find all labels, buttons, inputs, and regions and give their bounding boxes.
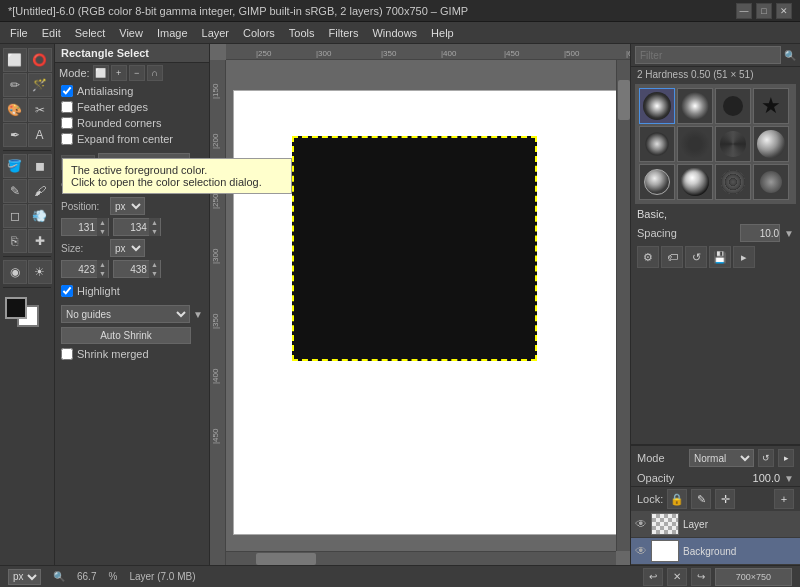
rp-tag-icon-btn[interactable]: 🏷: [661, 246, 683, 268]
tool-bucket-fill[interactable]: 🪣: [3, 154, 27, 178]
menu-windows[interactable]: Windows: [366, 25, 423, 41]
layer-item-layer[interactable]: 👁 Layer: [631, 511, 800, 538]
tool-ellipse-select[interactable]: ⭕: [28, 48, 52, 72]
tool-pencil[interactable]: ✎: [3, 179, 27, 203]
size-w-up[interactable]: ▲: [97, 260, 108, 269]
tool-heal[interactable]: ✚: [28, 229, 52, 253]
tool-blur[interactable]: ◉: [3, 260, 27, 284]
brush-item-12[interactable]: [753, 164, 789, 200]
tool-eraser[interactable]: ◻: [3, 204, 27, 228]
feather-edges-checkbox[interactable]: [61, 101, 73, 113]
pos-y-input[interactable]: [114, 222, 149, 233]
menu-colors[interactable]: Colors: [237, 25, 281, 41]
brush-item-4[interactable]: ★: [753, 88, 789, 124]
scrollbar-horizontal[interactable]: [226, 551, 616, 565]
tool-airbrush[interactable]: 💨: [28, 204, 52, 228]
size-w-spinbox[interactable]: ▲ ▼: [61, 260, 109, 278]
pos-y-spinbox[interactable]: ▲ ▼: [113, 218, 161, 236]
mode-intersect[interactable]: ∩: [147, 65, 163, 81]
menu-view[interactable]: View: [113, 25, 149, 41]
menu-filters[interactable]: Filters: [323, 25, 365, 41]
mode-select[interactable]: Normal: [689, 449, 754, 467]
brush-item-6[interactable]: [677, 126, 713, 162]
mode-replace[interactable]: ⬜: [93, 65, 109, 81]
brush-item-1[interactable]: [639, 88, 675, 124]
shrink-merged-checkbox[interactable]: [61, 348, 73, 360]
rp-save-icon-btn[interactable]: 💾: [709, 246, 731, 268]
size-h-input[interactable]: [114, 264, 149, 275]
pos-x-spinbox[interactable]: ▲ ▼: [61, 218, 109, 236]
size-h-down[interactable]: ▼: [149, 269, 160, 278]
pos-x-up[interactable]: ▲: [97, 218, 108, 227]
brush-item-8[interactable]: [753, 126, 789, 162]
menu-edit[interactable]: Edit: [36, 25, 67, 41]
brush-filter-input[interactable]: [635, 46, 781, 64]
tool-text[interactable]: A: [28, 123, 52, 147]
background-visibility-icon[interactable]: 👁: [635, 544, 647, 558]
redo-button[interactable]: ↪: [691, 568, 711, 586]
size-h-up[interactable]: ▲: [149, 260, 160, 269]
menu-image[interactable]: Image: [151, 25, 194, 41]
brush-item-5[interactable]: [639, 126, 675, 162]
size-unit-select[interactable]: px: [110, 239, 145, 257]
cancel-button[interactable]: ✕: [667, 568, 687, 586]
undo-button[interactable]: ↩: [643, 568, 663, 586]
rp-arrow-icon-btn[interactable]: ▸: [733, 246, 755, 268]
tool-scissors[interactable]: ✂: [28, 98, 52, 122]
mode-reset-btn[interactable]: ↺: [758, 449, 774, 467]
size-w-down[interactable]: ▼: [97, 269, 108, 278]
scrollbar-thumb-v[interactable]: [618, 80, 630, 120]
layer-visibility-icon[interactable]: 👁: [635, 517, 647, 531]
brush-item-7[interactable]: [715, 126, 751, 162]
menu-tools[interactable]: Tools: [283, 25, 321, 41]
mode-add[interactable]: +: [111, 65, 127, 81]
mode-more-btn[interactable]: ▸: [778, 449, 794, 467]
tool-dodge[interactable]: ☀: [28, 260, 52, 284]
tool-paintbrush[interactable]: 🖌: [28, 179, 52, 203]
pos-x-down[interactable]: ▼: [97, 227, 108, 236]
rp-refresh-icon-btn[interactable]: ↺: [685, 246, 707, 268]
antialiasing-checkbox[interactable]: [61, 85, 73, 97]
menu-file[interactable]: File: [4, 25, 34, 41]
mode-subtract[interactable]: −: [129, 65, 145, 81]
tool-paths[interactable]: ✒: [3, 123, 27, 147]
rp-settings-icon-btn[interactable]: ⚙: [637, 246, 659, 268]
brush-item-10[interactable]: [677, 164, 713, 200]
menu-help[interactable]: Help: [425, 25, 460, 41]
menu-layer[interactable]: Layer: [196, 25, 236, 41]
tool-free-select[interactable]: ✏: [3, 73, 27, 97]
brush-item-3[interactable]: [715, 88, 751, 124]
zoom-unit-select[interactable]: px: [8, 569, 41, 585]
minimize-button[interactable]: —: [736, 3, 752, 19]
position-unit-select[interactable]: px: [110, 197, 145, 215]
size-w-input[interactable]: [62, 264, 97, 275]
maximize-button[interactable]: □: [756, 3, 772, 19]
tool-fuzzy-select[interactable]: 🪄: [28, 73, 52, 97]
add-layer-btn[interactable]: +: [774, 489, 794, 509]
tool-blend[interactable]: ◼: [28, 154, 52, 178]
pos-y-up[interactable]: ▲: [149, 218, 160, 227]
pos-x-input[interactable]: [62, 222, 97, 233]
rounded-corners-checkbox[interactable]: [61, 117, 73, 129]
pos-y-down[interactable]: ▼: [149, 227, 160, 236]
auto-shrink-button[interactable]: Auto Shrink: [61, 327, 191, 344]
lock-draw-btn[interactable]: ✎: [691, 489, 711, 509]
brush-item-11[interactable]: [715, 164, 751, 200]
lock-move-btn[interactable]: ✛: [715, 489, 735, 509]
foreground-color-swatch[interactable]: [5, 297, 27, 319]
guides-select[interactable]: No guides: [61, 305, 190, 323]
brush-item-2[interactable]: [677, 88, 713, 124]
expand-center-checkbox[interactable]: [61, 133, 73, 145]
canvas-content[interactable]: [226, 60, 630, 565]
scrollbar-thumb-h[interactable]: [256, 553, 316, 565]
menu-select[interactable]: Select: [69, 25, 112, 41]
tool-clone[interactable]: ⎘: [3, 229, 27, 253]
spacing-input[interactable]: [740, 224, 780, 242]
tool-select-by-color[interactable]: 🎨: [3, 98, 27, 122]
size-h-spinbox[interactable]: ▲ ▼: [113, 260, 161, 278]
layer-item-background[interactable]: 👁 Background: [631, 538, 800, 565]
brush-item-9[interactable]: [639, 164, 675, 200]
close-button[interactable]: ✕: [776, 3, 792, 19]
highlight-checkbox[interactable]: [61, 285, 73, 297]
scrollbar-vertical[interactable]: [616, 60, 630, 551]
